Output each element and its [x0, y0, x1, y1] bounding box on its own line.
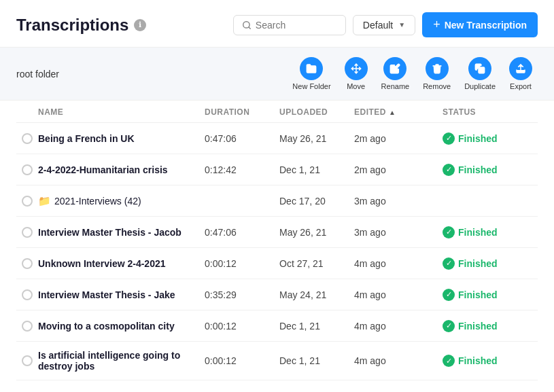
row-edited-5: 4m ago	[354, 258, 443, 269]
finished-check-icon: ✓	[443, 257, 455, 270]
table-row[interactable]: Is artificial intelligence going to dest…	[16, 342, 538, 380]
duplicate-button[interactable]: Duplicate	[459, 54, 501, 93]
row-name-5: Unknown Interview 2-4-2021	[38, 250, 205, 277]
export-icon	[509, 57, 532, 80]
row-edited-2: 2m ago	[354, 164, 443, 175]
row-uploaded-3: Dec 17, 20	[279, 196, 354, 207]
row-checkbox-7[interactable]	[16, 321, 38, 332]
finished-check-icon: ✓	[443, 320, 455, 332]
status-badge-5: Finished	[458, 258, 498, 269]
row-uploaded-8: Dec 1, 21	[279, 355, 354, 366]
col-edited-header[interactable]: EDITED ▲	[354, 107, 443, 117]
row-checkbox-2[interactable]	[16, 164, 38, 175]
row-checkbox-1[interactable]	[16, 133, 38, 144]
row-name-1: Being a French in UK	[38, 125, 205, 152]
row-duration-4: 0:47:06	[205, 227, 279, 238]
row-status-5: ✓ Finished	[443, 257, 538, 270]
row-duration-8: 0:00:12	[205, 355, 279, 366]
row-edited-1: 2m ago	[354, 133, 443, 144]
table-row[interactable]: Interview Master Thesis - Jake 0:35:29 M…	[16, 279, 538, 310]
folder-icon: 📁	[38, 195, 51, 207]
row-uploaded-1: May 26, 21	[279, 133, 354, 144]
new-transcription-button[interactable]: + New Transcription	[422, 12, 538, 37]
sort-arrow-icon: ▲	[389, 109, 396, 116]
page-title: Transcriptions	[16, 16, 128, 35]
row-name-7: Moving to a cosmopolitan city	[38, 313, 205, 340]
row-name-6: Interview Master Thesis - Jake	[38, 281, 205, 308]
svg-line-1	[249, 26, 251, 29]
table-row[interactable]: Being a French in UK 0:47:06 May 26, 21 …	[16, 123, 538, 154]
search-input[interactable]	[256, 20, 337, 31]
row-uploaded-2: Dec 1, 21	[279, 164, 354, 175]
row-name-4: Interview Master Thesis - Jacob	[38, 219, 205, 246]
col-duration-header: DURATION	[205, 107, 279, 117]
row-status-4: ✓ Finished	[443, 226, 538, 238]
row-uploaded-4: May 26, 21	[279, 227, 354, 238]
status-badge-7: Finished	[458, 321, 498, 332]
chevron-down-icon: ▼	[398, 21, 405, 29]
row-uploaded-6: May 24, 21	[279, 289, 354, 300]
finished-check-icon: ✓	[443, 132, 455, 145]
table-row[interactable]: 2-4-2022-Humanitarian crisis 0:12:42 Dec…	[16, 154, 538, 185]
new-folder-button[interactable]: New Folder	[287, 54, 336, 93]
row-status-1: ✓ Finished	[443, 132, 538, 145]
status-badge-1: Finished	[458, 133, 498, 144]
info-icon[interactable]: ℹ	[134, 19, 146, 31]
table-row[interactable]: Moving to a cosmopolitan city 0:00:12 De…	[16, 310, 538, 342]
remove-icon	[426, 57, 449, 80]
row-edited-7: 4m ago	[354, 321, 443, 332]
row-checkbox-8[interactable]	[16, 355, 38, 366]
toolbar-actions: New Folder Move Rename Remove Duplicate	[287, 54, 538, 93]
rename-button[interactable]: Rename	[376, 54, 415, 93]
status-badge-2: Finished	[458, 164, 498, 175]
plus-icon: +	[433, 18, 440, 32]
row-status-8: ✓ Finished	[443, 355, 538, 367]
svg-rect-6	[479, 67, 485, 73]
table-row[interactable]: Unknown Interview 2-4-2021 0:00:12 Oct 2…	[16, 248, 538, 279]
finished-check-icon: ✓	[443, 289, 455, 301]
finished-check-icon: ✓	[443, 226, 455, 238]
root-folder-label: root folder	[16, 69, 59, 79]
col-status-header: STATUS	[443, 107, 538, 117]
row-edited-8: 4m ago	[354, 355, 443, 366]
row-duration-2: 0:12:42	[205, 164, 279, 175]
row-duration-1: 0:47:06	[205, 133, 279, 144]
header: Transcriptions ℹ Default ▼ + New Transcr…	[0, 0, 554, 48]
table-header: NAME DURATION UPLOADED EDITED ▲ STATUS	[16, 101, 538, 123]
row-checkbox-6[interactable]	[16, 289, 38, 300]
header-right: Default ▼ + New Transcription	[233, 12, 538, 37]
table-row[interactable]: Interview Master Thesis - Jacob 0:47:06 …	[16, 217, 538, 248]
remove-button[interactable]: Remove	[417, 54, 456, 93]
row-uploaded-5: Oct 27, 21	[279, 258, 354, 269]
row-checkbox-5[interactable]	[16, 258, 38, 269]
finished-check-icon: ✓	[443, 164, 455, 176]
toolbar-bar: root folder New Folder Move Rename Remov…	[0, 48, 554, 101]
move-icon	[345, 57, 368, 80]
duplicate-icon	[468, 57, 491, 80]
row-name-2: 2-4-2022-Humanitarian crisis	[38, 156, 205, 183]
export-button[interactable]: Export	[504, 54, 538, 93]
search-icon	[242, 20, 252, 30]
move-button[interactable]: Move	[339, 54, 373, 93]
row-uploaded-7: Dec 1, 21	[279, 321, 354, 332]
row-edited-6: 4m ago	[354, 289, 443, 300]
row-status-2: ✓ Finished	[443, 164, 538, 176]
search-box[interactable]	[233, 15, 346, 35]
finished-check-icon: ✓	[443, 355, 455, 367]
row-edited-4: 3m ago	[354, 227, 443, 238]
row-name-3: 📁2021-Interviews (42)	[38, 187, 205, 215]
status-badge-4: Finished	[458, 227, 498, 238]
header-left: Transcriptions ℹ	[16, 16, 146, 35]
row-duration-7: 0:00:12	[205, 321, 279, 332]
status-badge-8: Finished	[458, 355, 498, 366]
default-dropdown[interactable]: Default ▼	[353, 15, 415, 35]
row-checkbox-4[interactable]	[16, 227, 38, 238]
row-name-8: Is artificial intelligence going to dest…	[38, 342, 205, 380]
col-name-header: NAME	[38, 107, 205, 117]
row-checkbox-3[interactable]	[16, 196, 38, 207]
status-badge-6: Finished	[458, 289, 498, 300]
new-folder-icon	[300, 57, 323, 80]
table-row[interactable]: 📁2021-Interviews (42) Dec 17, 20 3m ago	[16, 185, 538, 217]
row-edited-3: 3m ago	[354, 196, 443, 207]
table-container: NAME DURATION UPLOADED EDITED ▲ STATUS B…	[0, 101, 554, 380]
